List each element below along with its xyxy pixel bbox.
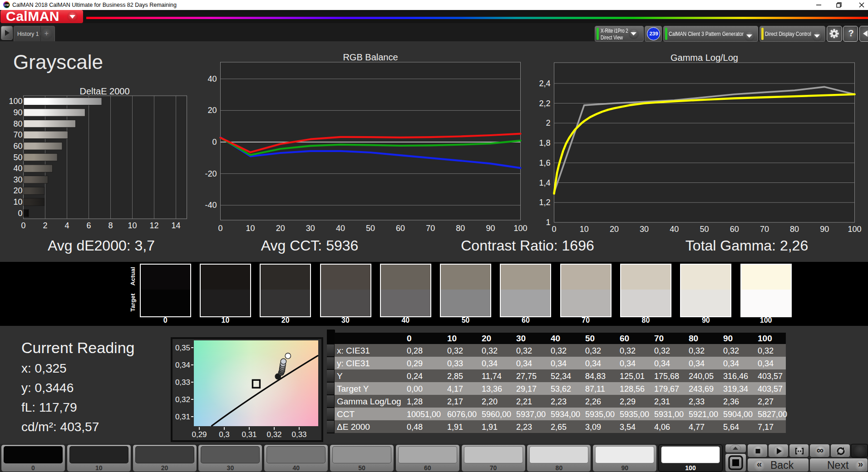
svg-text:20: 20: [610, 225, 619, 234]
svg-text:80: 80: [13, 119, 22, 128]
svg-text:30: 30: [306, 224, 315, 233]
svg-text:80: 80: [456, 224, 465, 233]
svg-text:6: 6: [86, 221, 91, 230]
svg-text:90: 90: [820, 225, 829, 234]
svg-text:Gamma Log/Log: Gamma Log/Log: [671, 53, 738, 63]
svg-text:0,32: 0,32: [266, 430, 281, 439]
svg-text:20: 20: [207, 106, 217, 115]
svg-text:50: 50: [366, 224, 375, 233]
svg-text:100: 100: [9, 97, 22, 106]
svg-text:60: 60: [396, 224, 405, 233]
svg-text:-40: -40: [205, 201, 217, 210]
svg-text:0,34: 0,34: [175, 361, 190, 369]
svg-text:0,31: 0,31: [242, 430, 256, 439]
svg-text:1,6: 1,6: [539, 158, 550, 167]
svg-text:10: 10: [13, 197, 22, 206]
svg-text:0,33: 0,33: [175, 378, 190, 387]
svg-text:2,4: 2,4: [539, 79, 550, 88]
svg-text:2: 2: [546, 118, 550, 128]
svg-text:70: 70: [426, 224, 435, 233]
svg-text:90: 90: [13, 108, 22, 117]
svg-text:DeltaE 2000: DeltaE 2000: [79, 86, 129, 96]
svg-text:90: 90: [486, 224, 495, 233]
svg-text:14: 14: [171, 221, 180, 230]
svg-text:100: 100: [513, 224, 527, 233]
svg-text:40: 40: [207, 74, 217, 84]
svg-text:Avg CCT: 5936: Avg CCT: 5936: [261, 237, 359, 254]
svg-text:40: 40: [670, 225, 679, 234]
svg-text:2: 2: [43, 221, 47, 230]
svg-text:Total Gamma: 2,26: Total Gamma: 2,26: [686, 237, 808, 254]
svg-text:0,31: 0,31: [175, 413, 190, 421]
svg-text:30: 30: [640, 225, 649, 234]
svg-text:0: 0: [212, 138, 217, 147]
svg-text:0,3: 0,3: [219, 430, 230, 439]
svg-text:70: 70: [760, 225, 769, 234]
svg-text:1: 1: [546, 218, 550, 227]
svg-text:0,35: 0,35: [175, 344, 190, 352]
svg-text:40: 40: [336, 224, 345, 233]
svg-text:RGB Balance: RGB Balance: [343, 52, 398, 62]
svg-text:Contrast Ratio: 1696: Contrast Ratio: 1696: [461, 237, 594, 254]
svg-text:8: 8: [108, 221, 113, 230]
svg-text:80: 80: [790, 225, 799, 234]
svg-text:30: 30: [13, 175, 22, 184]
svg-text:60: 60: [13, 142, 22, 151]
svg-text:1,2: 1,2: [539, 198, 550, 207]
svg-text:0,33: 0,33: [291, 430, 306, 439]
svg-text:0: 0: [21, 221, 25, 230]
svg-text:0: 0: [552, 225, 556, 234]
svg-text:0: 0: [18, 209, 22, 218]
svg-text:20: 20: [13, 186, 22, 195]
svg-text:50: 50: [700, 225, 709, 234]
svg-text:10: 10: [128, 221, 137, 230]
svg-text:0: 0: [218, 224, 222, 233]
svg-text:12: 12: [149, 221, 158, 230]
svg-text:-20: -20: [205, 169, 217, 178]
svg-text:50: 50: [13, 153, 22, 162]
svg-text:10: 10: [246, 224, 255, 233]
svg-text:70: 70: [13, 130, 22, 139]
svg-text:60: 60: [730, 225, 739, 234]
svg-text:1,8: 1,8: [539, 138, 550, 148]
svg-text:100: 100: [848, 225, 861, 234]
svg-text:20: 20: [276, 224, 285, 233]
svg-text:1,4: 1,4: [539, 178, 550, 187]
svg-text:40: 40: [13, 164, 22, 173]
svg-text:0,29: 0,29: [192, 430, 207, 439]
svg-text:4: 4: [64, 221, 69, 230]
svg-text:2,2: 2,2: [539, 99, 550, 108]
svg-text:0,32: 0,32: [175, 395, 190, 404]
svg-text:10: 10: [580, 225, 589, 234]
svg-text:Avg dE2000: 3,7: Avg dE2000: 3,7: [48, 237, 155, 254]
